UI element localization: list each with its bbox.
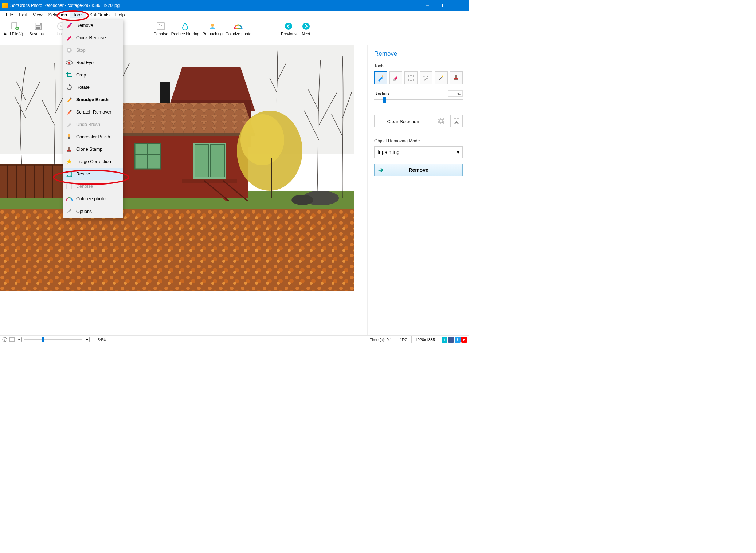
colorize-menu-icon xyxy=(65,195,73,203)
options-icon xyxy=(65,208,73,216)
info-icon[interactable]: i xyxy=(442,337,447,343)
crop-icon xyxy=(65,71,73,79)
minimize-button[interactable] xyxy=(419,0,436,11)
svg-rect-88 xyxy=(10,337,14,342)
menu-edit[interactable]: Edit xyxy=(16,12,30,18)
twitter-icon[interactable]: t xyxy=(455,337,461,343)
radius-input[interactable] xyxy=(448,90,463,97)
toolbar-denoise[interactable]: Denoise xyxy=(152,21,169,43)
selection-tool-a[interactable] xyxy=(435,115,447,127)
svg-text:1: 1 xyxy=(4,338,6,341)
svg-rect-80 xyxy=(455,75,457,78)
menu-item-clone-stamp[interactable]: Clone Stamp xyxy=(63,143,123,155)
svg-rect-13 xyxy=(157,23,164,30)
resize-icon xyxy=(65,170,73,178)
selection-tool-b[interactable] xyxy=(450,115,463,127)
status-bar: 1 − + 54% Time (s): 0.1 JPG 1920x1335 i … xyxy=(0,335,469,343)
menu-item-colorize-photo[interactable]: Colorize photo xyxy=(63,193,123,205)
maximize-button[interactable] xyxy=(436,0,453,11)
toolbar-colorize[interactable]: Colorize photo xyxy=(224,21,253,43)
menu-item-quick-remove[interactable]: Quick Remove xyxy=(63,32,123,44)
zoom-out-button[interactable]: − xyxy=(17,337,22,342)
menu-item-scratch-remover[interactable]: Scratch Remover xyxy=(63,106,123,118)
tools-dropdown: Remove Quick Remove Stop Red Eye Crop Ro… xyxy=(63,19,123,218)
svg-point-74 xyxy=(240,114,284,165)
mode-select[interactable]: Inpainting ▾ xyxy=(374,146,463,158)
svg-rect-32 xyxy=(67,151,71,152)
canvas-area[interactable] xyxy=(0,45,367,335)
smudge-icon xyxy=(65,96,73,104)
toolbar-next[interactable]: Next xyxy=(298,21,314,43)
menu-item-crop[interactable]: Crop xyxy=(63,69,123,81)
fit-actual-icon[interactable]: 1 xyxy=(2,337,7,342)
toolbar-previous[interactable]: Previous xyxy=(279,21,298,43)
clear-selection-button[interactable]: Clear Selection xyxy=(374,115,432,127)
menu-item-stop: Stop xyxy=(63,44,123,56)
menu-item-red-eye[interactable]: Red Eye xyxy=(63,56,123,69)
menu-view[interactable]: View xyxy=(30,12,46,18)
menu-file[interactable]: File xyxy=(3,12,16,18)
tool-marquee[interactable] xyxy=(404,71,418,84)
radius-slider[interactable] xyxy=(374,99,463,100)
svg-point-14 xyxy=(159,24,160,25)
svg-rect-39 xyxy=(0,198,354,291)
menu-item-options[interactable]: Options xyxy=(63,205,123,218)
tool-stamp[interactable] xyxy=(450,71,463,84)
right-panel: Remove Tools Radius Clear Selection Obje… xyxy=(367,45,469,335)
toolbar-retouching[interactable]: Retouching xyxy=(201,21,224,43)
svg-rect-34 xyxy=(67,184,72,189)
svg-rect-61 xyxy=(160,82,170,103)
svg-rect-31 xyxy=(67,150,71,151)
canvas-image xyxy=(0,45,354,291)
tool-eraser[interactable] xyxy=(389,71,403,84)
svg-rect-1 xyxy=(443,4,446,7)
denoise-icon xyxy=(156,21,165,31)
menu-item-smudge-brush[interactable]: Smudge Brush xyxy=(63,94,123,106)
toolbar-reduce-blurring[interactable]: Reduce blurring xyxy=(170,21,201,43)
svg-point-16 xyxy=(160,27,160,28)
svg-rect-84 xyxy=(440,120,443,123)
tool-lasso[interactable] xyxy=(420,71,433,84)
colorize-icon xyxy=(234,21,243,31)
status-dimensions: 1920x1335 xyxy=(411,336,439,343)
svg-rect-30 xyxy=(68,147,70,150)
toolbar-save-as[interactable]: Save as... xyxy=(28,21,48,43)
tools-label: Tools xyxy=(374,63,463,68)
close-button[interactable] xyxy=(453,0,469,11)
svg-rect-29 xyxy=(68,137,70,139)
svg-point-17 xyxy=(162,28,163,28)
youtube-icon[interactable]: ▸ xyxy=(461,337,467,343)
menu-help[interactable]: Help xyxy=(113,12,128,18)
arrow-right-icon: ➔ xyxy=(378,166,384,174)
reduce-blur-icon xyxy=(180,21,190,31)
menu-item-image-correction[interactable]: Image Correction xyxy=(63,155,123,168)
stamp-icon xyxy=(65,145,73,153)
retouch-icon xyxy=(208,21,217,31)
menu-selection[interactable]: Selection xyxy=(46,12,70,18)
menu-item-rotate[interactable]: Rotate xyxy=(63,81,123,94)
menu-item-undo-brush: Undo Brush xyxy=(63,118,123,131)
tool-magic-wand[interactable] xyxy=(435,71,448,84)
svg-rect-69 xyxy=(182,179,237,183)
svg-rect-23 xyxy=(68,49,70,51)
svg-rect-9 xyxy=(36,23,40,25)
zoom-slider[interactable] xyxy=(24,339,82,340)
radius-label: Radius xyxy=(374,91,389,96)
facebook-icon[interactable]: f xyxy=(448,337,454,343)
menu-item-concealer-brush[interactable]: Concealer Brush xyxy=(63,131,123,143)
undo-brush-icon xyxy=(65,121,73,129)
scratch-icon xyxy=(65,108,73,116)
menu-tools[interactable]: Tools xyxy=(70,12,86,18)
toolbar-add-file[interactable]: Add File(s)... xyxy=(2,21,28,43)
zoom-in-button[interactable]: + xyxy=(85,337,90,342)
tool-pencil[interactable] xyxy=(374,71,387,84)
image-correction-icon xyxy=(65,158,73,166)
menu-softorbits[interactable]: SoftOrbits xyxy=(86,12,113,18)
menu-item-resize[interactable]: Resize xyxy=(63,168,123,180)
remove-button[interactable]: ➔ Remove xyxy=(374,164,463,176)
mode-label: Object Removing Mode xyxy=(374,138,463,143)
menu-item-remove[interactable]: Remove xyxy=(63,19,123,32)
fit-screen-icon[interactable] xyxy=(9,337,15,342)
svg-rect-81 xyxy=(454,78,458,79)
panel-title: Remove xyxy=(374,50,463,58)
